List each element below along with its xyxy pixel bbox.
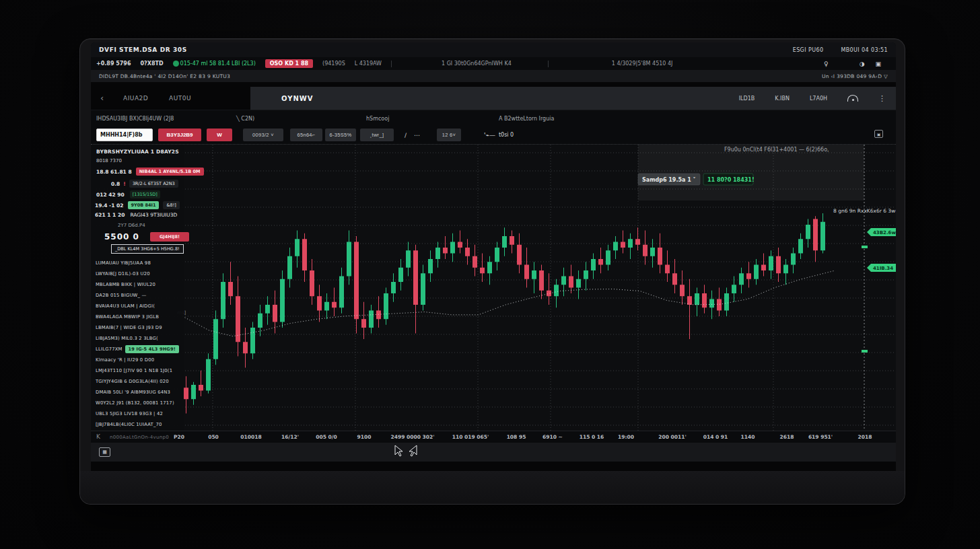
candle-body (598, 259, 603, 265)
interval-dropdown[interactable]: 0093/2 ˅ (243, 129, 283, 141)
orderpanel-r3-green-tag[interactable]: [1315/15D] (130, 190, 160, 198)
list-item-label: UBL3 5JIG3 LIV18 93G3 | 42 (96, 411, 163, 416)
list-item[interactable]: DMAIB 50Ll '9 AIBM93UG 64N3 (91, 387, 184, 398)
quote-stat-2: 0?X8TD (141, 61, 164, 67)
crosshair-marker (862, 350, 868, 353)
titlebar-menu-item[interactable]: ESGI PU60 (793, 47, 824, 53)
sell-button[interactable]: B3Y3J2B9 (158, 129, 201, 141)
candle-body (606, 250, 610, 264)
candle-body (413, 250, 418, 305)
list-item[interactable]: LUMAUAU YIBJ5UAA 98 (91, 258, 184, 268)
list-item[interactable]: BVAIA4U3 ULAM | AIDGI( (91, 301, 184, 312)
sample-badge-green-label: 11 80?0 18431! (707, 177, 755, 183)
candle-body (569, 277, 573, 288)
list-item[interactable]: Klmaacy 'R | IU29 0 D00 (91, 355, 184, 365)
chart-top-note: F9u0u 0nCl(t4 F6l31+4001 — 6(2)66o, (724, 147, 829, 153)
list-item-label: LIBJA5M3) MIL0.3 2 3LBG( (96, 336, 158, 341)
divider (391, 61, 392, 67)
draw-tool-label[interactable]: ╲ C2N) (236, 116, 254, 122)
tab-link-1[interactable]: ILD1B (739, 96, 755, 102)
candle-body (206, 359, 211, 391)
candle-body (510, 236, 514, 245)
candle-body (191, 385, 196, 399)
quote-stat-4: L 4319AW (355, 61, 382, 67)
subbar-center-text: hSmcooj (366, 116, 389, 122)
drawing-tools-icon[interactable]: ∕ ⋯ (405, 129, 423, 141)
list-item[interactable]: LBMAIB(7 | WIDE G3 J93 D9 (91, 322, 184, 333)
candle-body (361, 319, 366, 328)
time-tick-label: 1140 (741, 434, 755, 440)
toolbar-button-2[interactable]: 65n64⌐ (290, 129, 322, 141)
toolbar-button-5[interactable]: 12 6˅ (437, 129, 461, 141)
list-item[interactable]: MBLABMB BIKK | WIUL20 (91, 279, 184, 290)
list-item[interactable]: LWYAIB[J D1IL)-03 U20 (91, 268, 184, 279)
list-item[interactable]: W0Y2L2 J91 (B132, 00081 1717) (91, 398, 184, 408)
quantity-input[interactable]: MHHH14|F)8b (96, 129, 153, 141)
orderpanel-r5-text: RAGI43 9T3IUIU3D (130, 212, 177, 218)
time-axis[interactable]: K n000AaLtGnOn-4vunp0 P2005001001816/12'… (91, 431, 896, 443)
orderpanel-r2-tag[interactable]: 3R/2-L 6T35T A2N3 (129, 180, 178, 188)
toolbar-button-4[interactable]: ¸twr_] (360, 129, 394, 141)
tab-bar: ‹ AIUA2D AUT0U OYNWV ILD1B K.IBN L7A0H ⋮ (91, 87, 896, 110)
list-item[interactable]: LMJ43T110 [J7IV 90 1 N18 1J0(1 (91, 365, 184, 376)
status-bar: DIDL9T DB.4Bnte4a ' 4I2 D14On' E2 83 9 K… (91, 70, 896, 82)
mouse-cursor-icon (409, 445, 418, 458)
sample-badge-light-label: Samdp6 19.5a 1 ˅ (642, 177, 696, 183)
list-item[interactable]: UBL3 5JIG3 LIV18 93G3 | 42 (91, 408, 184, 419)
time-tick-label: 014 0 91 (703, 434, 728, 440)
candle-body (480, 268, 485, 274)
list-item-label: BVAIA4U3 ULAM | AIDGI( (96, 303, 155, 309)
candle-body (695, 293, 699, 305)
orderpanel-r1-red-badge[interactable]: NIB4AL 1 AY4NL/5.1B 0M (136, 168, 204, 176)
buy-mini-button[interactable]: W (207, 129, 232, 141)
tab-1[interactable]: AIUA2D (123, 87, 148, 110)
orderpanel-submit-button[interactable]: GJ4HIJ8! (150, 232, 189, 242)
list-item[interactable]: [JBJ7B4LB(4LI0C 1UIAAT_70 (91, 419, 184, 430)
candle-body (221, 282, 225, 319)
time-tick-label: 16/12' (281, 434, 299, 440)
pin-icon[interactable]: ♀ (824, 61, 829, 67)
time-tick-label: 005 0/0 (316, 434, 337, 440)
chart-area[interactable]: F9u0u 0nCl(t4 F6l31+4001 — 6(2)66o,8 gn6… (91, 145, 896, 431)
theme-toggle-icon[interactable]: ◑ (860, 61, 865, 67)
orderpanel-r5-label: 621 1 1 20 (95, 212, 125, 218)
orderpanel-boxed-input[interactable]: _DBL KL4M 3HG6+5 H5HG.8! (111, 244, 184, 254)
list-item[interactable]: DA2B 015 BIGUW_ — (91, 290, 184, 301)
chart-style-icon[interactable]: ▦ (99, 447, 110, 457)
orderpanel-r6-center: 2Y7 D6d.P4 (118, 223, 320, 228)
candle-body (776, 256, 781, 274)
candle-body (539, 270, 544, 291)
list-item-label: LWYAIB[J D1IL)-03 U20 (96, 271, 150, 277)
back-chevron-icon[interactable]: ‹ (100, 93, 104, 103)
candle-body (339, 277, 344, 308)
layout-panel-icon[interactable]: ▣ (875, 61, 881, 67)
tab-link-2[interactable]: K.IBN (775, 96, 790, 102)
candle-body (732, 285, 736, 293)
kebab-menu-icon[interactable]: ⋮ (878, 94, 886, 103)
indicator-legend-label[interactable]: t0si 0 (499, 132, 514, 138)
time-tick-label: 619 951' (808, 434, 833, 440)
tab-active[interactable]: OYNWV (281, 87, 314, 110)
list-item[interactable]: TGIYJY4GIB 6 D0G3LA(4II) 020 (91, 376, 184, 387)
list-item-green-badge[interactable]: 19 IG-5 4L3 9HG9! (125, 345, 179, 353)
list-item[interactable]: BWA4LAGA MBWIP 3 JIGLB (91, 312, 184, 322)
list-item[interactable]: LLILG77XM19 IG-5 4L3 9HG9! (91, 344, 184, 355)
status-right-text[interactable]: Un ‹I 393DB 049 9A‹D ▽ (822, 73, 888, 79)
candle-body (473, 256, 477, 268)
tab-link-3[interactable]: L7A0H (810, 96, 827, 102)
candle-body (746, 273, 751, 279)
candle-body (680, 285, 685, 296)
time-tick-label: 2618 (780, 434, 794, 440)
quote-red-badge[interactable]: OSO KD 1 88 (265, 59, 313, 68)
candle-body (621, 242, 625, 248)
gauge-icon[interactable] (847, 95, 858, 102)
candle-body (465, 248, 470, 256)
time-tick-label: P20 (174, 434, 184, 440)
orderpanel-r4-green-badge[interactable]: 9Y0B 84I1 (128, 201, 160, 209)
screenshot-icon[interactable]: ▣ (874, 130, 883, 138)
list-item[interactable]: LIBJA5M3) MIL0.3 2 3LBG( (91, 333, 184, 344)
tab-2[interactable]: AUT0U (169, 87, 191, 110)
candle-body (761, 265, 766, 271)
toolbar-button-3[interactable]: 6-35S5% (325, 129, 356, 141)
candle-body (643, 245, 648, 256)
